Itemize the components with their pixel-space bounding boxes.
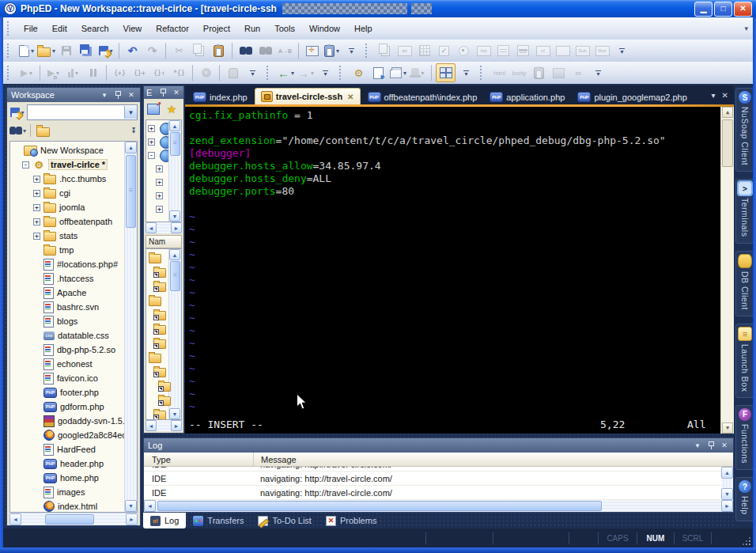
toolbar-separator[interactable] — [431, 65, 432, 81]
tree-expander-icon[interactable]: - — [22, 161, 29, 169]
log-row[interactable]: IDE navigating: http://travel-circle.com… — [144, 486, 721, 500]
workspace-find-button[interactable] — [9, 123, 26, 138]
tree-expander-icon[interactable]: + — [156, 206, 163, 213]
close-panel-icon[interactable]: ✕ — [172, 88, 181, 97]
step-out-button[interactable]: {}↑ — [150, 64, 168, 81]
scrollbar-thumb[interactable] — [170, 261, 180, 291]
pin-icon[interactable] — [706, 441, 716, 450]
save-all-button[interactable] — [77, 42, 95, 59]
upload-save-button[interactable] — [96, 42, 115, 59]
scroll-up-icon[interactable]: ▲ — [125, 142, 137, 153]
toolbar-grip[interactable] — [7, 66, 11, 80]
toolbar-grip[interactable] — [480, 66, 484, 80]
right-dock-tab[interactable]: NuSoap Client — [735, 88, 754, 172]
scroll-right-icon[interactable]: ► — [171, 420, 182, 431]
workspace-search-combobox[interactable]: ▼ — [27, 104, 138, 120]
menu-item[interactable]: Tools — [267, 21, 302, 36]
workspace-filter-button[interactable] — [9, 104, 25, 120]
menu-item[interactable]: Run — [237, 21, 267, 36]
tree-expander-icon[interactable]: + — [148, 125, 155, 132]
menu-item[interactable]: File — [17, 21, 45, 36]
run-to-cursor-button[interactable]: *{} — [170, 64, 188, 81]
scroll-left-icon[interactable]: ◄ — [146, 420, 157, 431]
grid-button[interactable] — [415, 42, 433, 59]
explorer-name-column-header[interactable]: Nam — [146, 235, 182, 248]
menu-item[interactable]: Project — [196, 21, 237, 36]
tree-item[interactable]: godaddy-svn-1.5.0 — [10, 414, 137, 428]
select-frame-button[interactable] — [303, 42, 321, 59]
workspace-tree-vertical-scrollbar[interactable]: ▲ ▼ — [124, 142, 137, 512]
scroll-down-icon[interactable]: ▼ — [722, 422, 733, 434]
textarea-button[interactable]: xI — [534, 42, 552, 59]
scroll-right-icon[interactable]: ► — [721, 500, 733, 512]
reset-control-button[interactable]: Res — [593, 42, 611, 59]
break-button[interactable] — [224, 64, 242, 81]
explorer-list-horizontal-scrollbar[interactable]: ◄ ► — [146, 420, 182, 431]
toolbar-overflow-button[interactable] — [613, 42, 631, 59]
scroll-left-icon[interactable]: ◄ — [144, 500, 156, 512]
tree-item[interactable]: gdform.php — [10, 400, 137, 414]
toolbar-separator[interactable] — [219, 65, 220, 81]
button-control-button[interactable] — [554, 42, 572, 59]
tree-item[interactable]: favicon.ico — [10, 371, 137, 385]
scroll-down-icon[interactable]: ▼ — [169, 210, 180, 222]
new-file-button[interactable] — [17, 42, 36, 59]
tree-expander-icon[interactable]: + — [148, 138, 155, 146]
editor-tab[interactable]: application.php — [484, 89, 570, 104]
tree-item[interactable]: + stats — [10, 229, 137, 243]
menu-item[interactable]: Edit — [45, 21, 74, 36]
code-snippet-button[interactable] — [409, 64, 427, 81]
bottom-dock-tab[interactable]: Transfers — [186, 513, 251, 528]
tree-expander-icon[interactable]: + — [33, 190, 40, 197]
menu-item[interactable]: View — [116, 21, 149, 36]
find-button[interactable] — [236, 42, 255, 59]
body-tag-button[interactable]: body — [510, 64, 528, 81]
open-in-browser-button[interactable] — [389, 64, 407, 81]
toolbar-separator[interactable] — [232, 43, 232, 59]
scroll-right-icon[interactable]: ► — [171, 222, 182, 233]
menu-item[interactable]: Help — [347, 21, 380, 36]
toolbar-overflow-button[interactable] — [589, 64, 607, 81]
workspace-panel-header[interactable]: Workspace ▾ ✕ — [7, 88, 140, 102]
toolbar-separator[interactable] — [119, 43, 119, 59]
tree-item[interactable]: dbg-php-5.2.so — [10, 343, 137, 357]
editor-tab[interactable]: offbeatenpath\index.php — [362, 89, 483, 104]
scrollbar-thumb[interactable] — [45, 514, 94, 525]
pin-icon[interactable] — [158, 88, 168, 97]
select-list-button[interactable] — [514, 42, 532, 59]
tree-item[interactable]: .htaccess — [10, 271, 137, 286]
toolbar-overflow-button[interactable] — [342, 42, 361, 59]
pause-button[interactable] — [84, 64, 102, 81]
explorer-tree-horizontal-scrollbar[interactable]: ◄ ► — [146, 222, 182, 233]
tree-item[interactable]: header.php — [10, 456, 137, 471]
explorer-favorites-button[interactable] — [164, 101, 180, 117]
navigate-back-button[interactable] — [277, 64, 295, 81]
pin-icon[interactable] — [113, 90, 123, 100]
tree-item[interactable]: tmp — [10, 243, 137, 257]
navigate-forward-button[interactable] — [297, 64, 315, 81]
tree-expander-icon[interactable]: + — [33, 218, 40, 225]
run-button[interactable] — [17, 64, 36, 81]
column-header-type[interactable]: Type — [144, 453, 254, 466]
tree-item[interactable]: echonest — [10, 357, 137, 371]
open-file-button[interactable] — [37, 42, 55, 59]
right-dock-tab[interactable]: Help — [735, 477, 754, 521]
preview-page-button[interactable] — [369, 64, 387, 81]
bottom-dock-tab[interactable]: To-Do List — [251, 513, 319, 528]
step-over-button[interactable]: {}+ — [130, 64, 149, 81]
radio-button[interactable] — [455, 42, 473, 59]
listbox-button[interactable] — [494, 42, 512, 59]
undo-button[interactable] — [123, 42, 142, 59]
tree-item[interactable]: #locations.php# — [10, 257, 137, 271]
paste-html-button[interactable] — [530, 64, 548, 81]
toolbar-separator[interactable] — [298, 43, 299, 59]
tree-expander-icon[interactable]: - — [148, 152, 155, 159]
tree-item[interactable]: datatable.css — [10, 328, 137, 343]
copy-button[interactable] — [190, 42, 208, 59]
log-vertical-scrollbar[interactable]: ▲ ▼ — [721, 467, 733, 500]
scroll-up-icon[interactable]: ▲ — [722, 107, 733, 118]
tab-list-dropdown-icon[interactable]: ▾ — [712, 91, 716, 100]
right-dock-tab[interactable]: DB Client — [735, 251, 754, 316]
scroll-down-icon[interactable]: ▼ — [125, 500, 137, 512]
explorer-panel-header[interactable]: E ✕ — [144, 86, 183, 99]
